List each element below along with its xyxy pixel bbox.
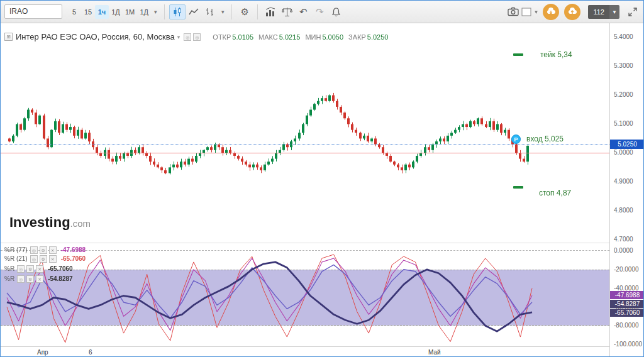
fullscreen-button[interactable] xyxy=(625,4,641,19)
toolbar-separator xyxy=(164,4,165,19)
layout-dropdown-chevron-icon: ▾ xyxy=(531,5,540,19)
interval-button-1m[interactable]: 1М xyxy=(123,5,137,19)
gear-icon[interactable]: ⚙ xyxy=(40,255,47,263)
line-type-button[interactable] xyxy=(186,4,202,19)
indicators-button[interactable] xyxy=(262,4,279,19)
close-icon[interactable]: ✕ xyxy=(36,265,43,273)
low-label: МИН xyxy=(305,33,321,41)
osc-tick: 0.0000 xyxy=(614,247,633,254)
cloud-save-button[interactable] xyxy=(564,4,580,20)
take-profit-label: тейк 5,34 xyxy=(540,50,572,59)
alerts-button[interactable] xyxy=(328,4,344,19)
open-value: 5.0105 xyxy=(232,33,253,41)
chart-grid-icon: ⊞ xyxy=(4,33,13,41)
eye-icon[interactable]: ◎ xyxy=(30,255,38,263)
last-price-badge: 5.0250 xyxy=(610,140,644,149)
interval-button-5[interactable]: 5 xyxy=(67,5,81,19)
position-marker[interactable]: P xyxy=(511,135,521,144)
time-tick: 6 xyxy=(89,349,92,356)
brand-suffix: .com xyxy=(70,218,91,229)
symbol-input[interactable]: IRAO xyxy=(4,4,62,19)
interval-button-15[interactable]: 15 xyxy=(81,5,95,19)
charts-counter[interactable]: 112 xyxy=(588,5,609,19)
price-tick: 4.7000 xyxy=(614,236,633,243)
indicator-name: %R xyxy=(4,265,14,272)
header-eye-icon[interactable]: ◎ xyxy=(184,33,191,41)
price-level-line[interactable] xyxy=(1,153,609,153)
top-toolbar: IRAO 5 15 1ч 1Д 1М 1Д ▾ ▾ ⚙ ↶ xyxy=(1,1,644,23)
watermark-logo: Investing.com xyxy=(9,214,91,231)
price-chart-canvas[interactable] xyxy=(1,23,609,346)
header-settings-icon[interactable]: ◎ xyxy=(193,33,201,41)
indicator-legend-row: %R ◎ ⚙ ✕ -54.8287 xyxy=(4,275,73,283)
close-value: 5.0250 xyxy=(367,33,389,41)
indicator-legend-row: %R (21) ◎ ⚙ ✕ -65.7060 xyxy=(4,255,86,263)
high-value: 5.0215 xyxy=(279,33,301,41)
gear-icon[interactable]: ⚙ xyxy=(40,246,47,254)
osc-tick: -20.0000 xyxy=(614,266,638,273)
stop-loss-label: стоп 4,87 xyxy=(539,189,571,197)
close-icon[interactable]: ✕ xyxy=(49,246,57,254)
time-axis[interactable]: Апр 6 Май xyxy=(1,346,609,357)
toolbar-separator xyxy=(257,4,258,19)
indicators-icon xyxy=(265,7,276,17)
layout-button[interactable]: ▾ xyxy=(521,4,540,19)
interval-button-1h[interactable]: 1ч xyxy=(95,5,109,19)
cloud-load-button[interactable] xyxy=(543,4,559,20)
price-tick: 5.0000 xyxy=(614,149,633,156)
osc-tick: -100.0000 xyxy=(614,341,642,348)
price-tick: 5.4000 xyxy=(614,33,633,40)
osc-tick: -80.0000 xyxy=(614,322,638,329)
indicator-legend-row: %R (77) ◎ ⚙ ✕ -47.6988 xyxy=(4,246,86,254)
scales-icon xyxy=(282,7,292,17)
price-axis[interactable]: 5.4000 5.3000 5.2000 5.1000 5.0000 4.900… xyxy=(609,23,644,357)
ohlc-bars-icon xyxy=(205,7,215,17)
indicator-name: %R (77) xyxy=(4,246,28,253)
bell-icon xyxy=(331,7,341,17)
low-value: 5.0050 xyxy=(322,33,343,41)
indicator-name: %R (21) xyxy=(4,255,28,262)
indicator-value: -47.6988 xyxy=(61,246,86,253)
bar-type-button[interactable] xyxy=(202,4,218,19)
undo-arrow-icon: ↶ xyxy=(299,6,308,18)
gear-icon[interactable]: ⚙ xyxy=(26,265,34,273)
price-tick: 4.9000 xyxy=(614,178,633,185)
layout-grid-icon xyxy=(521,8,531,16)
candlestick-icon xyxy=(172,7,182,17)
counter-dropdown-chevron-icon[interactable]: ▾ xyxy=(609,5,619,19)
indicator-value: -65.7060 xyxy=(48,265,72,272)
brand-name: Investing xyxy=(9,214,70,230)
undo-button[interactable]: ↶ xyxy=(295,4,311,19)
close-icon[interactable]: ✕ xyxy=(36,275,43,283)
osc-value-badge: -47.6988 xyxy=(610,291,644,299)
chart-type-dropdown-chevron-icon[interactable]: ▾ xyxy=(218,5,227,19)
gear-icon[interactable]: ⚙ xyxy=(26,275,34,283)
title-dropdown-chevron-icon[interactable]: ▾ xyxy=(177,34,180,40)
chart-header: ⊞ Интер РАО ЕЭС ОАО, Россия, 60, Москва … xyxy=(4,32,388,41)
interval-button-1d[interactable]: 1Д xyxy=(109,5,123,19)
redo-button[interactable]: ↷ xyxy=(311,4,328,19)
interval-button-1d2[interactable]: 1Д xyxy=(137,5,151,19)
instrument-title: Интер РАО ЕЭС ОАО, Россия, 60, Москва xyxy=(16,32,175,41)
eye-icon[interactable]: ◎ xyxy=(17,275,25,283)
indicator-legend-row: %R ◎ ⚙ ✕ -65.7060 xyxy=(4,265,73,273)
price-tick: 5.3000 xyxy=(614,62,633,69)
stop-loss-mark[interactable] xyxy=(513,186,523,189)
osc-value-badge: -65.7060 xyxy=(610,309,644,317)
close-icon[interactable]: ✕ xyxy=(49,255,57,263)
settings-button[interactable]: ⚙ xyxy=(236,4,253,19)
interval-dropdown-chevron-icon[interactable]: ▾ xyxy=(151,5,160,19)
redo-arrow-icon: ↷ xyxy=(316,6,324,18)
close-label: ЗАКР xyxy=(348,33,366,41)
indicator-value: -65.7060 xyxy=(61,255,86,262)
cloud-download-icon xyxy=(546,6,556,18)
take-profit-mark[interactable] xyxy=(513,53,523,56)
compare-button[interactable] xyxy=(279,4,295,19)
eye-icon[interactable]: ◎ xyxy=(30,246,38,254)
cloud-upload-icon xyxy=(567,6,577,18)
entry-level-line[interactable] xyxy=(1,144,609,145)
eye-icon[interactable]: ◎ xyxy=(17,265,25,273)
candlestick-type-button[interactable] xyxy=(169,4,186,19)
screenshot-button[interactable] xyxy=(505,4,521,19)
open-label: ОТКР xyxy=(213,33,231,41)
